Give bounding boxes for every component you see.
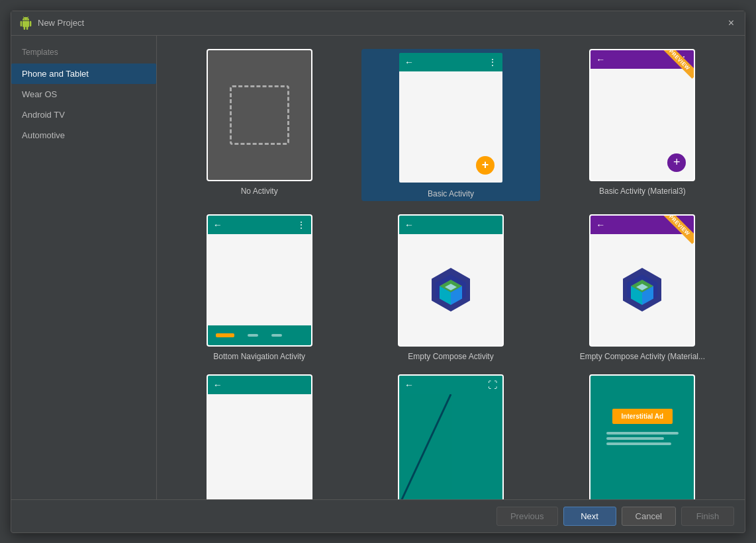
preview-badge-text: PREVIEW	[661, 50, 694, 79]
android-icon	[19, 17, 32, 30]
template-fullscreen[interactable]: ← ⛶ Fullscreen Activity	[361, 374, 540, 499]
template-empty-compose[interactable]: ←	[361, 214, 540, 361]
template-preview-material3: ← ⋮ + PREVIEW	[589, 49, 695, 181]
back-arrow-icon-bn: ←	[213, 220, 222, 230]
sidebar-item-phone-tablet[interactable]: Phone and Tablet	[11, 63, 156, 84]
fullscreen-mock: ← ⛶	[399, 376, 502, 499]
ad-lines	[606, 432, 679, 445]
phone-content-compose	[399, 234, 502, 345]
template-preview-no-activity	[207, 49, 312, 181]
sidebar-item-wear-os[interactable]: Wear OS	[11, 84, 156, 104]
phone-bar-empty: ←	[208, 376, 311, 394]
template-label-compose-material: Empty Compose Activity (Material...	[580, 352, 705, 361]
phone-mock-bottom-nav: ← ⋮	[208, 216, 311, 345]
close-button[interactable]: ×	[726, 17, 737, 30]
back-arrow-icon: ←	[404, 57, 414, 67]
fullscreen-content	[399, 394, 502, 499]
nav-dot-active	[216, 333, 234, 337]
template-empty-activity[interactable]: ← Empty Activity	[170, 374, 348, 499]
title-left: New Project	[19, 17, 84, 30]
previous-button[interactable]: Previous	[496, 507, 558, 526]
sidebar-section-label: Templates	[11, 44, 156, 63]
template-preview-bottom-nav: ← ⋮	[207, 214, 312, 347]
template-compose-material[interactable]: ←	[553, 214, 732, 361]
back-arrow-icon-ea: ←	[213, 380, 222, 390]
finish-button[interactable]: Finish	[681, 507, 734, 526]
back-arrow-icon-ec: ←	[404, 220, 414, 230]
nav-item-2	[248, 334, 258, 337]
phone-bar-basic: ← ⋮	[399, 53, 502, 71]
sidebar-item-automotive[interactable]: Automotive	[11, 125, 156, 146]
sidebar: Templates Phone and Tablet Wear OS Andro…	[11, 36, 157, 499]
phone-content-basic: +	[399, 71, 502, 183]
ad-line-2	[606, 437, 664, 440]
phone-content-bottom-nav	[208, 234, 311, 345]
phone-mock-compose: ←	[399, 216, 502, 345]
compose-material-icon	[619, 267, 665, 313]
new-project-dialog: New Project × Templates Phone and Tablet…	[11, 11, 745, 533]
compose-icon	[428, 267, 474, 313]
preview-badge-compose-material: PREVIEW	[661, 216, 694, 249]
phone-bar-compose: ←	[399, 216, 502, 234]
template-basic-material3[interactable]: ← ⋮ + PREVIEW Basic Activity (Material3)	[553, 49, 732, 201]
interstitial-mock: Interstitial Ad	[591, 376, 694, 499]
next-button[interactable]: Next	[563, 507, 616, 526]
template-preview-interstitial: Interstitial Ad	[589, 374, 695, 499]
back-arrow-fs: ←	[404, 380, 414, 390]
ad-banner: Interstitial Ad	[612, 409, 673, 424]
ad-line-3	[606, 442, 671, 445]
dashed-box	[230, 85, 289, 145]
template-preview-fullscreen: ← ⛶	[398, 374, 504, 499]
template-label-material3: Basic Activity (Material3)	[599, 187, 686, 196]
template-interstitial[interactable]: Interstitial Ad Interstitial Ad Activity	[553, 374, 732, 499]
menu-dots-icon: ⋮	[488, 57, 497, 67]
bottom-nav-bar	[208, 325, 311, 345]
nav-item-3	[271, 334, 282, 337]
template-label-no-activity: No Activity	[241, 187, 278, 196]
dialog-title: New Project	[38, 18, 84, 28]
template-preview-compose-material: ←	[589, 214, 695, 347]
template-no-activity[interactable]: No Activity	[170, 49, 348, 201]
menu-dots-icon-bn: ⋮	[297, 220, 306, 230]
template-grid: No Activity ← ⋮ + Basic Activity	[157, 36, 745, 499]
phone-content-compose-material	[591, 234, 694, 345]
svg-line-14	[399, 394, 451, 499]
template-bottom-nav[interactable]: ← ⋮ Bottom Navigation Activity	[170, 214, 348, 361]
no-activity-preview	[208, 50, 311, 180]
phone-content-empty	[208, 394, 311, 499]
template-preview-empty: ←	[207, 374, 312, 499]
title-bar: New Project ×	[11, 11, 745, 36]
phone-bar-bottom-nav: ← ⋮	[208, 216, 311, 234]
preview-badge-material3: PREVIEW	[661, 50, 694, 83]
diagonal-line	[399, 394, 502, 499]
fab-icon-m3: +	[667, 153, 686, 172]
back-arrow-icon-m3: ←	[596, 54, 605, 65]
expand-icon-fs: ⛶	[488, 380, 497, 390]
template-label-bottom-nav: Bottom Navigation Activity	[213, 352, 305, 361]
template-basic-activity[interactable]: ← ⋮ + Basic Activity	[361, 49, 540, 201]
template-label-basic: Basic Activity	[428, 189, 474, 198]
template-preview-compose: ←	[398, 214, 504, 347]
sidebar-item-android-tv[interactable]: Android TV	[11, 104, 156, 125]
preview-badge-text-cm: PREVIEW	[661, 216, 694, 244]
ad-line-1	[606, 432, 679, 435]
cancel-button[interactable]: Cancel	[622, 507, 676, 526]
back-arrow-icon-cm: ←	[596, 220, 605, 230]
dialog-body: Templates Phone and Tablet Wear OS Andro…	[11, 36, 745, 499]
phone-mock-empty: ←	[208, 376, 311, 499]
template-preview-basic: ← ⋮ +	[398, 52, 504, 184]
phone-mock-basic: ← ⋮ +	[399, 53, 502, 183]
fullscreen-bar: ← ⛶	[399, 376, 502, 394]
template-label-compose: Empty Compose Activity	[408, 352, 493, 361]
phone-content-material3: +	[591, 69, 694, 180]
dialog-footer: Previous Next Cancel Finish	[11, 499, 745, 532]
fab-icon: +	[476, 156, 495, 175]
